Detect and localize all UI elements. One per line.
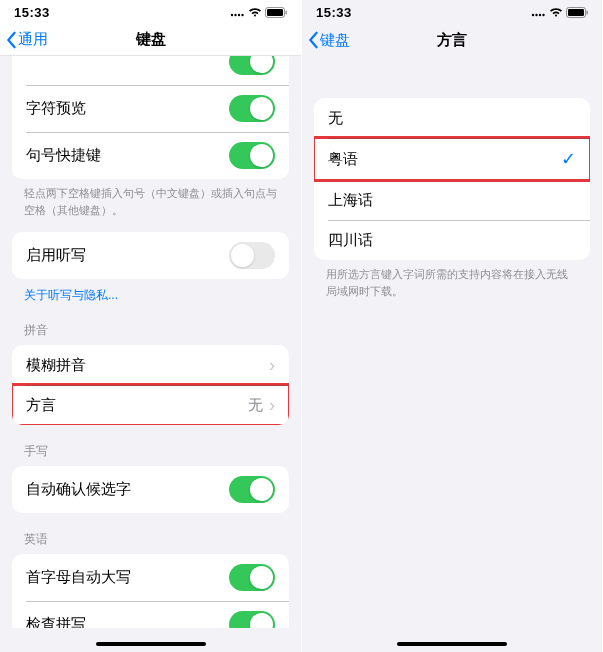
wifi-icon	[549, 7, 563, 17]
dictation-privacy-link[interactable]: 关于听写与隐私...	[0, 279, 301, 304]
battery-icon	[265, 7, 287, 18]
back-label: 键盘	[320, 31, 350, 50]
fuzzy-pinyin-label: 模糊拼音	[26, 356, 86, 375]
svg-rect-12	[568, 9, 584, 16]
group-handwriting: 自动确认候选字	[12, 466, 289, 513]
chevron-right-icon: ›	[269, 356, 275, 374]
period-shortcut-label: 句号快捷键	[26, 146, 101, 165]
page-title: 方言	[437, 31, 467, 50]
status-time: 15:33	[316, 5, 352, 20]
dictation-toggle[interactable]	[229, 242, 275, 269]
cellular-icon	[531, 7, 546, 17]
chevron-left-icon	[4, 31, 18, 49]
row-auto-caps[interactable]: 首字母自动大写	[12, 554, 289, 601]
page-title: 键盘	[136, 30, 166, 49]
toggle[interactable]	[229, 56, 275, 75]
status-bar: 15:33	[0, 0, 301, 24]
spell-check-label: 检查拼写	[26, 615, 86, 628]
period-shortcut-note: 轻点两下空格键插入句号（中文键盘）或插入句点与空格（其他键盘）。	[0, 179, 301, 218]
svg-rect-13	[587, 10, 588, 14]
row-confirm-candidate[interactable]: 自动确认候选字	[12, 466, 289, 513]
svg-rect-5	[267, 9, 283, 16]
svg-point-8	[535, 14, 537, 16]
section-english: 英语	[0, 513, 301, 554]
group-english: 首字母自动大写 检查拼写 输入预测 滑行键入时逐词删除	[12, 554, 289, 628]
svg-point-0	[231, 14, 233, 16]
section-handwriting: 手写	[0, 425, 301, 466]
char-preview-label: 字符预览	[26, 99, 86, 118]
period-shortcut-toggle[interactable]	[229, 142, 275, 169]
confirm-candidate-toggle[interactable]	[229, 476, 275, 503]
wifi-icon	[248, 7, 262, 17]
svg-point-1	[234, 14, 236, 16]
dialect-label: 方言	[26, 396, 56, 415]
back-label: 通用	[18, 30, 48, 49]
spell-check-toggle[interactable]	[229, 611, 275, 628]
option-shanghainese-label: 上海话	[328, 191, 373, 210]
svg-point-9	[539, 14, 541, 16]
svg-point-2	[238, 14, 240, 16]
row-period-shortcut[interactable]: 句号快捷键	[12, 132, 289, 179]
row-spell-check[interactable]: 检查拼写	[12, 601, 289, 628]
row-fuzzy-pinyin[interactable]: 模糊拼音 ›	[12, 345, 289, 385]
option-sichuanese-label: 四川话	[328, 231, 373, 250]
back-button[interactable]: 通用	[0, 30, 48, 49]
option-cantonese-label: 粤语	[328, 150, 358, 169]
status-time: 15:33	[14, 5, 50, 20]
nav-bar: 通用 键盘	[0, 24, 301, 56]
chevron-left-icon	[306, 31, 320, 49]
row-char-preview[interactable]: 字符预览	[12, 85, 289, 132]
svg-rect-6	[286, 10, 287, 14]
char-preview-toggle[interactable]	[229, 95, 275, 122]
svg-point-10	[542, 14, 544, 16]
option-none[interactable]: 无	[314, 98, 590, 138]
status-icons	[230, 7, 287, 18]
dictation-label: 启用听写	[26, 246, 86, 265]
home-indicator[interactable]	[397, 642, 507, 646]
group-keyboard-basics: 字符预览 句号快捷键	[12, 56, 289, 179]
group-dialects: 无 粤语 ✓ 上海话 四川话	[314, 98, 590, 260]
option-cantonese[interactable]: 粤语 ✓	[314, 138, 590, 180]
option-none-label: 无	[328, 109, 343, 128]
back-button[interactable]: 键盘	[302, 31, 350, 50]
dialect-note: 用所选方言键入字词所需的支持内容将在接入无线局域网时下载。	[302, 260, 602, 299]
confirm-candidate-label: 自动确认候选字	[26, 480, 131, 499]
section-pinyin: 拼音	[0, 304, 301, 345]
cellular-icon	[230, 7, 245, 17]
svg-point-7	[532, 14, 534, 16]
chevron-right-icon: ›	[269, 396, 275, 414]
status-bar: 15:33	[302, 0, 602, 24]
row-dictation[interactable]: 启用听写	[12, 232, 289, 279]
option-sichuanese[interactable]: 四川话	[314, 220, 590, 260]
auto-caps-label: 首字母自动大写	[26, 568, 131, 587]
group-dictation: 启用听写	[12, 232, 289, 279]
checkmark-icon: ✓	[561, 148, 576, 170]
home-indicator[interactable]	[96, 642, 206, 646]
svg-point-3	[241, 14, 243, 16]
group-pinyin: 模糊拼音 › 方言 无 ›	[12, 345, 289, 425]
nav-bar: 键盘 方言	[302, 24, 602, 56]
status-icons	[531, 7, 588, 18]
row-dialect[interactable]: 方言 无 ›	[12, 385, 289, 425]
row-hidden-toggle[interactable]	[12, 56, 289, 85]
option-shanghainese[interactable]: 上海话	[314, 180, 590, 220]
auto-caps-toggle[interactable]	[229, 564, 275, 591]
dialect-value: 无	[248, 396, 263, 415]
battery-icon	[566, 7, 588, 18]
